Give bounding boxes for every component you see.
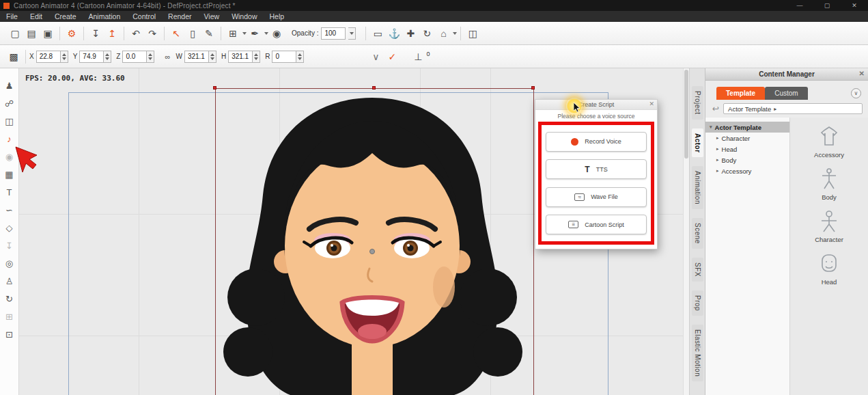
template-item-accessory[interactable]: Accessory (814, 124, 844, 159)
selection-handle[interactable] (213, 86, 216, 90)
y-stepper[interactable] (104, 51, 111, 63)
redo-icon[interactable]: ↷ (144, 25, 160, 42)
menu-create[interactable]: Create (48, 11, 83, 22)
opacity-dropdown[interactable] (348, 27, 356, 40)
tree-collapse-icon[interactable]: ▸ (716, 168, 719, 174)
new-project-icon[interactable]: ▢ (7, 25, 23, 42)
actor-icon[interactable]: ♟ (1, 77, 18, 94)
tree-item-actor-template[interactable]: ▾ Actor Template (705, 122, 789, 133)
text-tool-icon[interactable]: T (1, 183, 18, 201)
tab-prop[interactable]: Prop (692, 290, 703, 316)
selection-handle[interactable] (531, 86, 535, 90)
import-icon[interactable]: ↧ (87, 25, 104, 42)
tab-sfx[interactable]: SFX (692, 258, 703, 282)
tab-template[interactable]: Template (716, 87, 765, 100)
menu-view[interactable]: View (198, 11, 226, 22)
x-stepper[interactable] (61, 51, 68, 63)
chevron-down-icon[interactable]: ∨ (367, 49, 384, 65)
brush-icon[interactable]: ✒ (247, 25, 263, 42)
tree-expand-icon[interactable]: ▾ (710, 124, 712, 130)
maximize-button[interactable]: ▢ (813, 0, 841, 11)
snap-icon[interactable]: ⊞ (225, 25, 241, 42)
menu-animation[interactable]: Animation (83, 11, 127, 22)
tree-collapse-icon[interactable]: ▸ (716, 146, 719, 152)
blank-document-icon[interactable]: ▯ (184, 25, 201, 42)
menu-render[interactable]: Render (162, 11, 197, 22)
tree-item-head[interactable]: ▸ Head (705, 144, 789, 154)
dialog-titlebar[interactable]: Create Script ✕ (535, 100, 657, 110)
paint-tool-icon[interactable]: ✎ (201, 25, 217, 42)
pivot-point[interactable] (369, 249, 375, 254)
character-artwork[interactable] (208, 85, 536, 395)
import-icon[interactable]: ↧ (1, 236, 18, 254)
selection-handle[interactable] (372, 86, 376, 90)
open-project-icon[interactable]: ▤ (23, 25, 40, 42)
cartoon-script-button[interactable]: ≡ Cartoon Script (546, 215, 647, 234)
tree-item-accessory[interactable]: ▸ Accessory (705, 165, 789, 176)
breadcrumb-path[interactable]: Actor Template ▸ (723, 103, 863, 114)
tree-item-character[interactable]: ▸ Character (705, 133, 789, 144)
export-icon[interactable]: ↥ (104, 25, 120, 42)
loop-icon[interactable]: ↻ (1, 290, 18, 308)
figure-icon[interactable]: ♙ (1, 272, 18, 290)
tab-actor[interactable]: Actor (692, 128, 703, 158)
visibility-eye-icon[interactable]: ◉ (268, 25, 285, 42)
menu-edit[interactable]: Edit (24, 11, 48, 22)
move-tool-icon[interactable]: ✚ (402, 25, 419, 42)
create-script-icon[interactable]: ♪ (1, 130, 18, 148)
template-item-body[interactable]: Body (814, 167, 844, 201)
menu-window[interactable]: Window (225, 11, 263, 22)
h-stepper[interactable] (253, 51, 260, 63)
prop-icon[interactable]: ◇ (1, 219, 18, 236)
transform-grid-icon[interactable]: ▩ (5, 49, 22, 65)
close-icon[interactable]: ✕ (859, 70, 865, 77)
z-input[interactable]: 0.0 (122, 51, 147, 63)
stage-image-icon[interactable]: ▭ (369, 25, 386, 42)
template-item-head[interactable]: Head (814, 251, 844, 286)
rotate-tool-icon[interactable]: ↻ (419, 25, 435, 42)
scrollbar-thumb[interactable] (684, 70, 688, 159)
tab-animation[interactable]: Animation (692, 166, 703, 209)
wave-file-button[interactable]: ≈ Wave File (546, 187, 647, 207)
tab-project[interactable]: Project (692, 86, 703, 120)
spring-icon[interactable]: ∽ (1, 201, 18, 219)
undo-icon[interactable]: ↶ (128, 25, 144, 42)
r-stepper[interactable] (296, 51, 304, 63)
dialog-close-icon[interactable]: ✕ (649, 100, 654, 107)
home-view-icon[interactable]: ⌂ (435, 25, 451, 42)
tab-elastic-motion[interactable]: Elastic Motion (692, 325, 703, 381)
composer-icon[interactable]: ◫ (1, 112, 18, 130)
menu-help[interactable]: Help (263, 11, 290, 22)
minimize-button[interactable]: — (786, 0, 813, 11)
tree-collapse-icon[interactable]: ▸ (716, 157, 719, 163)
canvas-scrollbar[interactable] (683, 68, 689, 395)
menu-control[interactable]: Control (126, 11, 162, 22)
menu-file[interactable]: File (0, 11, 24, 22)
tts-button[interactable]: T TTS (546, 159, 647, 179)
confirm-check-icon[interactable]: ✓ (384, 49, 400, 65)
composer-icon[interactable]: ⚙ (64, 25, 80, 42)
tree-collapse-icon[interactable]: ▸ (716, 135, 719, 141)
back-arrow-icon[interactable]: ↩ (712, 104, 719, 113)
y-input[interactable]: 74.9 (79, 51, 104, 63)
export-frame-icon[interactable]: ⊡ (1, 325, 18, 343)
anchor-icon[interactable]: ⚓ (386, 25, 402, 42)
flip-icon[interactable]: ◫ (464, 25, 481, 42)
tab-scene[interactable]: Scene (692, 218, 703, 249)
tab-custom[interactable]: Custom (765, 87, 807, 100)
camera-icon[interactable]: ◎ (1, 254, 18, 272)
chevron-down-icon[interactable] (453, 32, 457, 35)
record-voice-button[interactable]: Record Voice (546, 132, 647, 152)
collapse-panel-icon[interactable]: ∨ (851, 88, 861, 98)
x-input[interactable]: 22.8 (36, 51, 61, 63)
opacity-input[interactable]: 100 (321, 27, 346, 40)
save-project-icon[interactable]: ▣ (40, 25, 56, 42)
axis-lock-icon[interactable]: ⊥ (410, 49, 426, 65)
template-item-character[interactable]: Character (814, 209, 844, 243)
z-stepper[interactable] (147, 51, 154, 63)
bone-editor-icon[interactable]: ☍ (1, 94, 18, 112)
r-input[interactable]: 0 (272, 51, 296, 63)
link-dimensions-icon[interactable]: ∞ (159, 49, 176, 65)
grid-icon[interactable]: ⊞ (1, 308, 18, 325)
w-stepper[interactable] (209, 51, 216, 63)
